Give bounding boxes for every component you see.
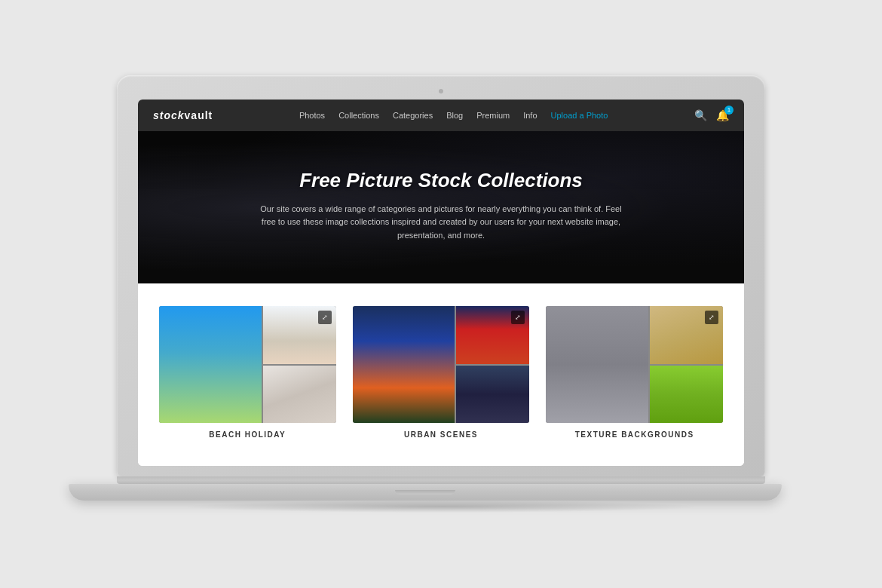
navbar: stockvault Photos Collections Categories… xyxy=(138,100,744,131)
urban-mosaic: ⤢ xyxy=(353,306,530,423)
collections-section: ⤢ BEACH HOLIDAY ⤢ UR xyxy=(138,283,744,466)
site-logo[interactable]: stockvault xyxy=(153,109,213,121)
beach-holiday-collection[interactable]: ⤢ BEACH HOLIDAY xyxy=(159,306,336,439)
urban-expand-icon[interactable]: ⤢ xyxy=(511,311,525,324)
beach-title: BEACH HOLIDAY xyxy=(159,430,336,439)
texture-mosaic: ⤢ xyxy=(546,306,723,423)
beach-expand-icon[interactable]: ⤢ xyxy=(318,311,332,324)
nav-collections-link[interactable]: Collections xyxy=(338,111,379,120)
urban-bottom-right-image xyxy=(456,366,529,424)
nav-links: Photos Collections Categories Blog Premi… xyxy=(299,111,608,120)
nav-premium-link[interactable]: Premium xyxy=(476,111,510,120)
laptop-base xyxy=(69,484,782,501)
texture-expand-icon[interactable]: ⤢ xyxy=(705,311,718,324)
nav-categories-link[interactable]: Categories xyxy=(393,111,433,120)
nav-info-link[interactable]: Info xyxy=(523,111,537,120)
notification-badge: 1 xyxy=(724,106,733,115)
hero-description: Our site covers a wide range of categori… xyxy=(260,203,622,243)
laptop-camera xyxy=(439,89,443,93)
texture-main-image xyxy=(546,306,648,423)
laptop-mockup: stockvault Photos Collections Categories… xyxy=(117,75,765,513)
beach-bottom-right-image xyxy=(263,366,336,424)
texture-bottom-right-image xyxy=(650,366,723,424)
nav-blog-link[interactable]: Blog xyxy=(446,111,463,120)
nav-upload-link[interactable]: Upload a Photo xyxy=(551,111,608,120)
screen-bezel: stockvault Photos Collections Categories… xyxy=(138,100,744,467)
laptop-notch xyxy=(395,490,455,495)
hero-section: Free Picture Stock Collections Our site … xyxy=(138,131,744,284)
browser-content: stockvault Photos Collections Categories… xyxy=(138,100,744,467)
nav-photos-link[interactable]: Photos xyxy=(299,111,325,120)
hero-title: Free Picture Stock Collections xyxy=(168,169,714,192)
beach-mosaic: ⤢ xyxy=(159,306,336,423)
laptop-screen-outer: stockvault Photos Collections Categories… xyxy=(117,75,765,477)
urban-scenes-collection[interactable]: ⤢ URBAN SCENES xyxy=(353,306,530,439)
urban-main-image xyxy=(353,306,455,423)
texture-backgrounds-collection[interactable]: ⤢ TEXTURE BACKGROUNDS xyxy=(546,306,723,439)
nav-icons: 🔍 🔔 1 xyxy=(694,109,729,121)
notification-icon[interactable]: 🔔 1 xyxy=(716,109,729,121)
beach-main-image xyxy=(159,306,262,423)
texture-title: TEXTURE BACKGROUNDS xyxy=(546,430,723,439)
laptop-shadow xyxy=(182,501,700,513)
laptop-hinge xyxy=(117,476,765,484)
urban-title: URBAN SCENES xyxy=(353,430,530,439)
collections-grid: ⤢ BEACH HOLIDAY ⤢ UR xyxy=(159,306,723,439)
search-icon[interactable]: 🔍 xyxy=(694,109,707,121)
